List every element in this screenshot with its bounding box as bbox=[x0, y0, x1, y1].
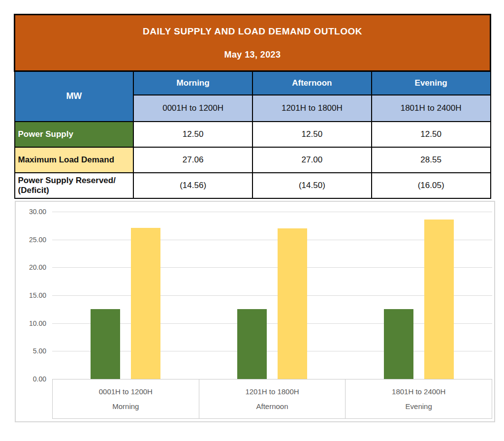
subheader-morning-hours: 0001H to 1200H bbox=[133, 95, 252, 122]
category-period-label: Morning bbox=[112, 402, 139, 410]
x-axis-label-area: 0001H to 1200HMorning1201H to 1800HAfter… bbox=[52, 379, 492, 419]
table-title-cell: DAILY SUPPLY AND LOAD DEMAND OUTLOOK May… bbox=[15, 15, 491, 71]
column-header-morning: Morning bbox=[133, 71, 252, 95]
bar-load-demand bbox=[131, 228, 160, 379]
table-row-power-supply: Power Supply 12.50 12.50 12.50 bbox=[15, 122, 491, 147]
category-period-label: Afternoon bbox=[256, 402, 288, 410]
row-label-load-demand: Maximum Load Demand bbox=[15, 147, 134, 173]
y-axis-tick-label: 25.00 bbox=[16, 236, 46, 244]
unit-header-cell: MW bbox=[15, 71, 134, 122]
y-axis-tick-label: 5.00 bbox=[16, 347, 46, 355]
value-demand-morning: 27.06 bbox=[133, 147, 252, 173]
value-demand-afternoon: 27.00 bbox=[252, 147, 372, 173]
category-hours-label: 0001H to 1200H bbox=[99, 387, 153, 396]
supply-demand-table: DAILY SUPPLY AND LOAD DEMAND OUTLOOK May… bbox=[14, 14, 491, 199]
x-axis-category: 0001H to 1200HMorning bbox=[53, 379, 199, 418]
bar-load-demand bbox=[278, 228, 307, 379]
y-axis-tick-label: 20.00 bbox=[16, 263, 46, 271]
subheader-evening-hours: 1801H to 2400H bbox=[372, 95, 491, 122]
y-axis-tick-label: 10.00 bbox=[16, 319, 46, 327]
column-header-afternoon: Afternoon bbox=[252, 71, 372, 95]
x-axis-category: 1801H to 2400HEvening bbox=[345, 379, 492, 418]
value-supply-afternoon: 12.50 bbox=[252, 122, 372, 147]
value-supply-evening: 12.50 bbox=[372, 122, 491, 147]
value-deficit-morning: (14.56) bbox=[133, 173, 252, 198]
table-date: May 13, 2023 bbox=[15, 50, 490, 60]
table-row-load-demand: Maximum Load Demand 27.06 27.00 28.55 bbox=[15, 147, 491, 173]
value-deficit-afternoon: (14.50) bbox=[252, 173, 372, 198]
bar-load-demand bbox=[424, 220, 454, 379]
category-hours-label: 1801H to 2400H bbox=[392, 387, 445, 396]
bar-power-supply bbox=[91, 309, 120, 379]
y-axis-tick-label: 0.00 bbox=[16, 375, 46, 383]
value-demand-evening: 28.55 bbox=[372, 147, 491, 173]
value-deficit-evening: (16.05) bbox=[372, 173, 491, 198]
table-row-reserve-deficit: Power Supply Reserved/ (Deficit) (14.56)… bbox=[15, 173, 491, 198]
bar-power-supply bbox=[384, 309, 413, 379]
value-supply-morning: 12.50 bbox=[133, 122, 252, 147]
subheader-afternoon-hours: 1201H to 1800H bbox=[252, 95, 372, 122]
table-title: DAILY SUPPLY AND LOAD DEMAND OUTLOOK bbox=[15, 26, 490, 37]
x-axis-category: 1201H to 1800HAfternoon bbox=[199, 379, 346, 418]
y-axis-tick-label: 30.00 bbox=[16, 208, 46, 216]
category-hours-label: 1201H to 1800H bbox=[245, 387, 299, 396]
bar-power-supply bbox=[237, 309, 267, 379]
row-label-reserve-deficit: Power Supply Reserved/ (Deficit) bbox=[15, 173, 134, 198]
y-axis-tick-label: 15.00 bbox=[16, 291, 46, 299]
chart-gridline bbox=[52, 212, 492, 212]
supply-demand-bar-chart: 0.005.0010.0015.0020.0025.0030.000001H t… bbox=[15, 201, 495, 422]
category-period-label: Evening bbox=[406, 402, 432, 410]
column-header-evening: Evening bbox=[372, 71, 491, 95]
row-label-power-supply: Power Supply bbox=[15, 122, 134, 147]
